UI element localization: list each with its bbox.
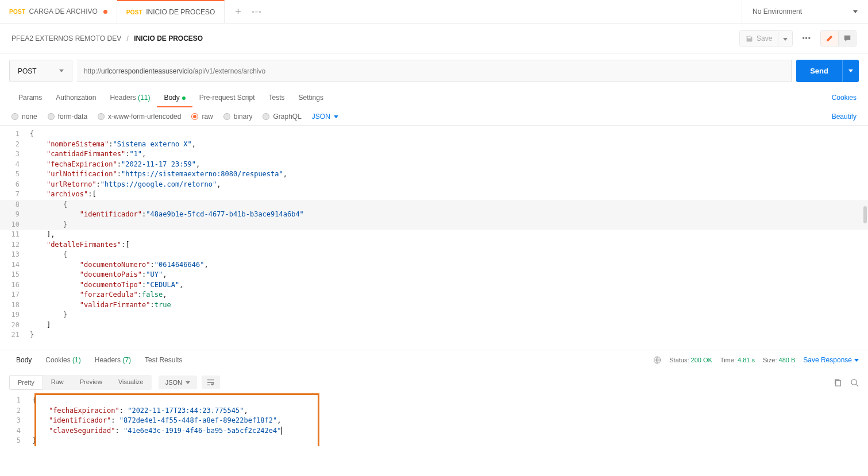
code-line: 1{ [0, 396, 868, 406]
tab-prerequest[interactable]: Pre-request Script [192, 88, 262, 107]
code-line: 4 "fechaExpiracion":"2022-11-17 23:59", [0, 160, 868, 170]
code-line: 7 "archivos":[ [0, 189, 868, 200]
code-line: 14 "documentoNumero":"0614646646", [0, 260, 868, 270]
chevron-down-icon [848, 69, 853, 72]
chevron-down-icon [186, 381, 190, 384]
save-response-button[interactable]: Save Response [803, 356, 859, 364]
code-line: 16 "documentoTipo":"CEDULA", [0, 280, 868, 291]
language-selector[interactable]: JSON [312, 113, 338, 121]
chevron-down-icon [783, 38, 788, 41]
save-icon [746, 35, 753, 42]
request-tab[interactable]: POSTINICIO DE PROCESO [117, 0, 225, 23]
copy-response-button[interactable] [834, 378, 842, 387]
code-line: 5} [0, 436, 868, 446]
code-line: 20 ] [0, 320, 868, 331]
code-line: 3 "identificador": "872de4e1-4f55-448f-a… [0, 416, 868, 426]
radio-icon [48, 113, 55, 120]
tab-params[interactable]: Params [11, 88, 49, 107]
chevron-down-icon [59, 69, 64, 72]
environment-selector[interactable]: No Environment [742, 0, 868, 23]
resp-tab-headers[interactable]: Headers (7) [88, 350, 138, 370]
search-response-button[interactable] [850, 378, 859, 387]
search-icon [850, 378, 859, 387]
wrap-icon [207, 379, 215, 386]
send-button[interactable]: Send [796, 67, 842, 75]
save-button[interactable]: Save [740, 31, 778, 46]
radio-icon [263, 113, 269, 120]
code-line: 6 "urlRetorno":"https://google.com/retor… [0, 180, 868, 190]
code-line: 2 "fechaExpiracion": "2022-11-17T23:44:2… [0, 406, 868, 416]
code-line: 10 } [0, 220, 868, 230]
save-button-group: Save [739, 30, 793, 47]
tab-settings[interactable]: Settings [292, 88, 330, 107]
bodytype-xwww[interactable]: x-www-form-urlencoded [98, 113, 181, 121]
more-actions-button[interactable]: ••• [797, 31, 816, 46]
modified-dot-icon [182, 96, 186, 100]
radio-icon [191, 113, 198, 120]
save-dropdown[interactable] [778, 31, 792, 46]
view-pretty[interactable]: Pretty [9, 375, 43, 390]
size-label: Size: 480 B [763, 357, 795, 363]
environment-label: No Environment [753, 7, 802, 16]
request-tab[interactable]: POSTCARGA DE ARCHIVO [0, 0, 117, 23]
radio-icon [11, 113, 18, 120]
code-line: 1{ [0, 129, 868, 140]
request-subtabs: Params Authorization Headers (11) Body P… [0, 88, 868, 108]
url-row: POST http://urlcorrespondienteasuservici… [0, 54, 868, 88]
view-visualize[interactable]: Visualize [110, 375, 152, 390]
response-language-selector[interactable]: JSON [159, 376, 197, 389]
code-line: 18 "validarFirmante":true [0, 300, 868, 311]
cookies-link[interactable]: Cookies [832, 88, 857, 107]
globe-icon[interactable] [653, 356, 661, 364]
wrap-lines-button[interactable] [202, 376, 220, 389]
method-selector[interactable]: POST [9, 60, 72, 82]
beautify-link[interactable]: Beautify [832, 113, 857, 121]
time-label: Time: 4.81 s [720, 357, 755, 363]
breadcrumb-row: PFEA2 EXTERNOS REMOTO DEV / INICIO DE PR… [0, 24, 868, 54]
view-preview[interactable]: Preview [72, 375, 110, 390]
bodytype-raw[interactable]: raw [191, 113, 213, 121]
send-button-group: Send [796, 60, 859, 82]
bodytype-graphql[interactable]: GraphQL [263, 113, 301, 121]
bodytype-binary[interactable]: binary [223, 113, 253, 121]
request-body-editor[interactable]: 1{2 "nombreSistema":"Sistema externo X",… [0, 126, 868, 343]
tab-headers[interactable]: Headers (11) [103, 88, 157, 107]
breadcrumb[interactable]: PFEA2 EXTERNOS REMOTO DEV / INICIO DE PR… [11, 34, 203, 42]
svg-rect-1 [836, 380, 840, 385]
code-line: 5 "urlNotificacion":"https://sistemaexte… [0, 169, 868, 180]
edit-mode-button[interactable] [821, 31, 838, 46]
code-line: 15 "documentoPais":"UY", [0, 270, 868, 280]
code-line: 8 { [0, 200, 868, 210]
tab-tests[interactable]: Tests [262, 88, 292, 107]
url-input[interactable]: http://urlcorrespondienteasuservicio/api… [77, 60, 792, 82]
svg-point-2 [851, 379, 857, 384]
resp-tab-testresults[interactable]: Test Results [138, 350, 189, 370]
status-label: Status: 200 OK [669, 357, 712, 363]
modified-dot-icon [103, 10, 107, 14]
tab-authorization[interactable]: Authorization [49, 88, 103, 107]
tab-overflow-button[interactable]: ◦◦◦ [252, 7, 262, 16]
resp-tab-body[interactable]: Body [9, 350, 38, 370]
send-dropdown[interactable] [842, 60, 859, 82]
tab-bar: POSTCARGA DE ARCHIVOPOSTINICIO DE PROCES… [0, 0, 868, 24]
resp-tab-cookies[interactable]: Cookies (1) [38, 350, 87, 370]
comment-mode-button[interactable] [838, 31, 856, 46]
code-line: 12 "detalleFirmantes":[ [0, 240, 868, 250]
response-body-editor[interactable]: 1{2 "fechaExpiracion": "2022-11-17T23:44… [0, 394, 868, 446]
chevron-down-icon [334, 115, 338, 118]
comment-icon [843, 34, 851, 42]
chevron-down-icon [854, 359, 859, 362]
code-line: 19 } [0, 310, 868, 320]
radio-icon [223, 113, 230, 120]
new-tab-button[interactable]: + [225, 6, 252, 18]
view-raw[interactable]: Raw [43, 375, 72, 390]
bodytype-formdata[interactable]: form-data [48, 113, 87, 121]
scrollbar-thumb[interactable] [863, 206, 867, 223]
bodytype-none[interactable]: none [11, 113, 37, 121]
code-line: 9 "identificador":"48ae9b1e-5fcd-4677-b4… [0, 210, 868, 220]
code-line: 4 "claveSeguridad": "41e6e43c-1919-4f46-… [0, 426, 868, 436]
response-view-toggle: Pretty Raw Preview Visualize [9, 375, 152, 390]
code-line: 2 "nombreSistema":"Sistema externo X", [0, 140, 868, 150]
code-line: 11 ], [0, 230, 868, 240]
tab-body[interactable]: Body [157, 88, 192, 107]
